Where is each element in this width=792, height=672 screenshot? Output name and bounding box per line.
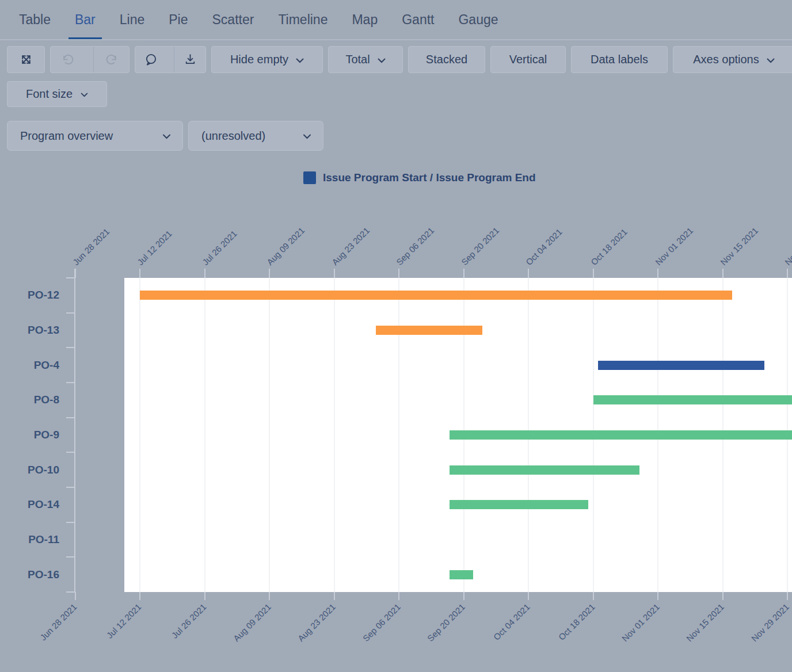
x-axis-label-text: Oct 04 2021 — [524, 227, 564, 267]
x-axis-tick-top — [787, 269, 788, 278]
row-label-po-9: PO-9 — [0, 418, 59, 453]
x-axis-label-text: Jul 12 2021 — [105, 602, 143, 640]
x-axis-label-text: Oct 04 2021 — [492, 602, 532, 642]
bar-po-13[interactable] — [376, 326, 482, 335]
x-axis-label-text: Nov 29 2021 — [749, 602, 791, 643]
x-axis-tick-top — [657, 269, 658, 278]
x-axis-tick-bottom — [139, 592, 140, 600]
x-axis-label-text: Jul 26 2021 — [170, 602, 208, 640]
x-axis-tick-bottom — [657, 592, 658, 600]
x-axis-tick-bottom — [787, 592, 788, 600]
y-axis-line — [74, 269, 75, 592]
x-axis-tick-bottom — [463, 592, 464, 600]
x-axis-tick-bottom — [528, 592, 529, 600]
row-label-po-16: PO-16 — [0, 557, 59, 592]
x-axis-label-text: Oct 18 2021 — [588, 227, 629, 267]
x-axis-tick-bottom — [334, 592, 335, 600]
plot-area — [124, 278, 792, 592]
x-axis-label-text: Sep 20 2021 — [425, 602, 467, 643]
x-axis-tick-top — [398, 269, 399, 278]
y-axis-tick — [66, 591, 75, 593]
x-axis-label-text: Nov 15 2021 — [718, 226, 759, 267]
row-label-po-13: PO-13 — [0, 313, 59, 348]
x-axis-tick-top — [139, 269, 140, 278]
x-axis-label-text: Nov 29 2021 — [783, 226, 792, 267]
x-axis-tick-bottom — [722, 592, 724, 600]
gridline — [139, 278, 140, 592]
y-axis-tick — [66, 452, 75, 453]
row-label-po-12: PO-12 — [0, 278, 59, 313]
x-axis-tick-bottom — [398, 592, 399, 600]
row-label-po-14: PO-14 — [0, 487, 59, 522]
gridline — [269, 278, 270, 592]
x-axis-label-text: Aug 23 2021 — [329, 226, 371, 267]
gridline — [204, 278, 205, 592]
y-axis-tick — [66, 522, 75, 523]
x-axis-label-text: Nov 01 2021 — [653, 226, 695, 267]
x-axis-label-text: Sep 06 2021 — [394, 226, 436, 267]
x-axis-label-text: Nov 15 2021 — [684, 602, 726, 643]
y-axis-tick — [66, 556, 75, 558]
x-axis-label-text: Aug 09 2021 — [231, 602, 273, 643]
y-axis-tick — [66, 277, 75, 278]
x-axis-label-text: Nov 01 2021 — [620, 602, 661, 643]
bar-po-8[interactable] — [593, 395, 792, 404]
y-axis-tick — [66, 417, 75, 418]
bar-po-9[interactable] — [450, 430, 792, 440]
x-axis-label-text: Sep 06 2021 — [361, 602, 402, 643]
gridline — [398, 278, 399, 592]
x-axis-tick-top — [334, 269, 335, 278]
x-axis-label-text: Jul 12 2021 — [135, 228, 174, 267]
bar-po-10[interactable] — [450, 465, 639, 475]
x-axis-tick-bottom — [593, 592, 594, 600]
x-axis-tick-top — [593, 269, 594, 278]
bar-po-14[interactable] — [450, 500, 588, 509]
row-label-po-10: PO-10 — [0, 452, 59, 487]
row-label-po-4: PO-4 — [0, 348, 59, 383]
x-axis-label-text: Aug 09 2021 — [265, 226, 306, 267]
x-axis-tick-top — [204, 269, 205, 278]
y-axis-tick — [66, 312, 75, 314]
x-axis-tick-top — [269, 269, 270, 278]
x-axis-tick-bottom — [269, 592, 270, 600]
bar-chart: Jun 28 2021Jun 28 2021Jul 12 2021Jul 12 … — [0, 0, 792, 672]
x-axis-tick-bottom — [204, 592, 205, 600]
x-axis-label-text: Oct 18 2021 — [557, 602, 597, 642]
x-axis-label-text: Jul 26 2021 — [200, 228, 238, 267]
x-axis-label-text: Jun 28 2021 — [70, 227, 111, 267]
bar-po-4[interactable] — [598, 361, 764, 370]
report-app: { "tabs": { "items": [ {"label": "Table"… — [0, 0, 792, 672]
x-axis-label-text: Sep 20 2021 — [459, 226, 500, 267]
x-axis-tick-top — [463, 269, 464, 278]
y-axis-tick — [66, 347, 75, 348]
y-axis-tick — [66, 487, 75, 488]
x-axis-label-text: Jun 28 2021 — [38, 602, 78, 642]
bar-po-12[interactable] — [140, 291, 732, 300]
x-axis-tick-top — [722, 269, 724, 278]
x-axis-tick-bottom — [75, 592, 76, 600]
x-axis-tick-top — [528, 269, 529, 278]
bar-po-16[interactable] — [450, 570, 473, 579]
gridline — [334, 278, 335, 592]
row-label-po-8: PO-8 — [0, 383, 59, 418]
y-axis-tick — [66, 382, 75, 383]
row-label-po-11: PO-11 — [0, 522, 59, 558]
x-axis-label-text: Aug 23 2021 — [296, 602, 337, 643]
